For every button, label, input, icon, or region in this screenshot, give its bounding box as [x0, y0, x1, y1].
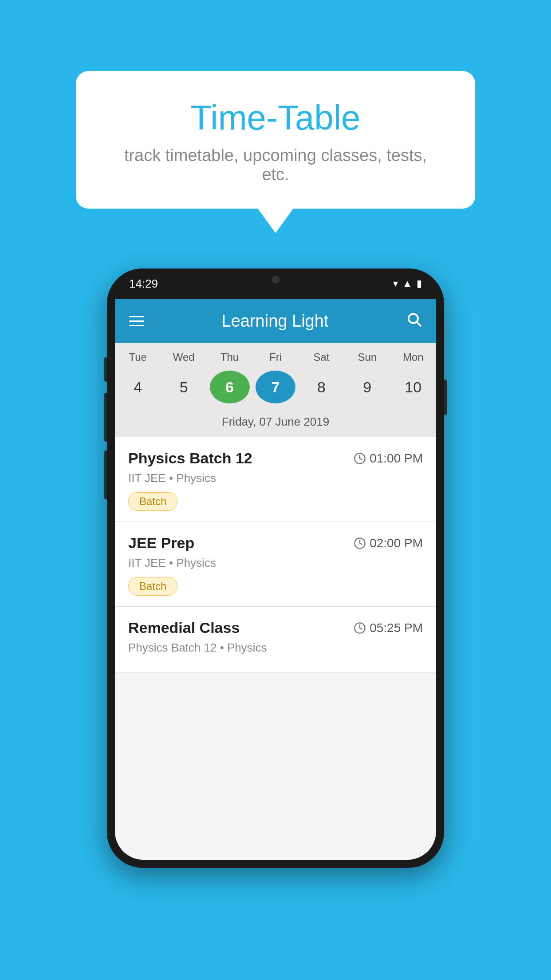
day-sat: Sat [301, 351, 341, 364]
schedule-item-1-tag: Batch [128, 492, 177, 511]
schedule-item-2-header: JEE Prep 02:00 PM [128, 534, 423, 552]
day-thu: Thu [210, 351, 250, 364]
signal-icon: ▲ [402, 278, 412, 289]
day-mon: Mon [393, 351, 433, 364]
schedule-item-1-time-container: 01:00 PM [354, 451, 423, 466]
schedule-item-3-time-container: 05:25 PM [354, 621, 423, 635]
calendar-day-names: Tue Wed Thu Fri Sat Sun Mon [115, 343, 436, 367]
date-5[interactable]: 5 [164, 371, 204, 403]
clock-icon-3 [354, 622, 366, 634]
day-tue: Tue [118, 351, 158, 364]
phone-screen: Learning Light Tue Wed Thu Fri Sat Sun M… [115, 299, 436, 860]
schedule-item-1-title: Physics Batch 12 [128, 450, 252, 467]
schedule-item-3-title: Remedial Class [128, 619, 240, 636]
schedule-item-3-header: Remedial Class 05:25 PM [128, 619, 423, 636]
date-10[interactable]: 10 [393, 371, 433, 403]
schedule-item-3-time: 05:25 PM [370, 621, 423, 635]
date-9[interactable]: 9 [347, 371, 387, 403]
schedule-item-1-header: Physics Batch 12 01:00 PM [128, 450, 423, 467]
status-icons: ▾ ▲ ▮ [393, 278, 422, 289]
phone-notch [247, 269, 304, 291]
day-fri: Fri [256, 351, 295, 364]
schedule-item-3[interactable]: Remedial Class 05:25 PM Physics Batch 12… [115, 607, 436, 673]
schedule-item-1-subtitle: IIT JEE • Physics [128, 471, 423, 485]
app-title: Learning Light [222, 312, 329, 331]
date-4[interactable]: 4 [118, 371, 158, 403]
day-wed: Wed [164, 351, 204, 364]
status-bar: 14:29 ▾ ▲ ▮ [107, 269, 444, 299]
schedule-item-1[interactable]: Physics Batch 12 01:00 PM IIT JEE • Phys… [115, 437, 436, 522]
schedule-item-3-subtitle: Physics Batch 12 • Physics [128, 641, 423, 655]
speech-bubble-container: Time-Table track timetable, upcoming cla… [76, 71, 475, 233]
schedule-item-2-title: JEE Prep [128, 534, 194, 552]
phone-frame: 14:29 ▾ ▲ ▮ Learning Light [107, 269, 444, 868]
hamburger-line-1 [129, 316, 144, 317]
date-6-today[interactable]: 6 [210, 371, 250, 403]
bubble-tail [258, 209, 293, 233]
phone-wrapper: 14:29 ▾ ▲ ▮ Learning Light [107, 269, 444, 868]
clock-icon-1 [354, 452, 366, 465]
svg-point-0 [409, 314, 418, 323]
app-bar: Learning Light [115, 299, 436, 343]
schedule-item-1-time: 01:00 PM [370, 451, 423, 466]
date-8[interactable]: 8 [301, 371, 341, 403]
camera [272, 276, 279, 284]
search-button[interactable] [406, 311, 422, 331]
schedule-item-2-subtitle: IIT JEE • Physics [128, 556, 423, 570]
bubble-subtitle: track timetable, upcoming classes, tests… [111, 146, 440, 184]
status-time: 14:29 [129, 277, 158, 291]
clock-icon-2 [354, 537, 366, 549]
hamburger-line-2 [129, 320, 144, 322]
battery-icon: ▮ [417, 278, 422, 289]
calendar-dates-row: 4 5 6 7 8 9 10 [115, 367, 436, 411]
schedule-item-2[interactable]: JEE Prep 02:00 PM IIT JEE • Physics Batc… [115, 522, 436, 607]
schedule-item-2-tag: Batch [128, 577, 177, 596]
svg-line-1 [417, 322, 421, 326]
date-7-selected[interactable]: 7 [256, 371, 295, 403]
selected-date-label: Friday, 07 June 2019 [115, 411, 436, 437]
schedule-item-2-time: 02:00 PM [370, 536, 423, 550]
hamburger-menu-button[interactable] [129, 316, 144, 326]
day-sun: Sun [347, 351, 387, 364]
bubble-title: Time-Table [111, 98, 440, 138]
hamburger-line-3 [129, 325, 144, 326]
speech-bubble: Time-Table track timetable, upcoming cla… [76, 71, 475, 209]
wifi-icon: ▾ [393, 278, 398, 289]
schedule-item-2-time-container: 02:00 PM [354, 536, 423, 550]
schedule-list: Physics Batch 12 01:00 PM IIT JEE • Phys… [115, 437, 436, 673]
